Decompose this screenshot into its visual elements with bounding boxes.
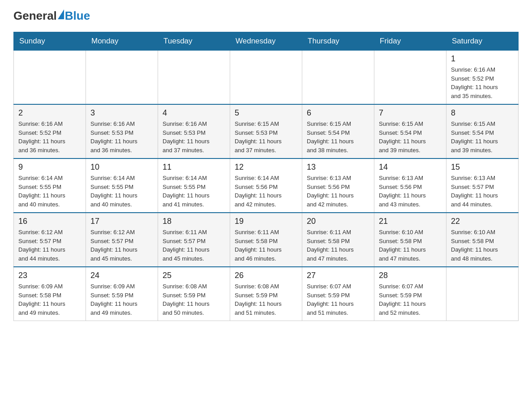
day-number: 8	[451, 108, 514, 118]
day-number: 4	[163, 108, 225, 118]
day-number: 27	[307, 271, 369, 280]
day-number: 16	[18, 217, 81, 226]
calendar-cell: 2Sunrise: 6:16 AM Sunset: 5:52 PM Daylig…	[14, 104, 86, 158]
calendar-cell	[158, 51, 230, 105]
day-info: Sunrise: 6:07 AM Sunset: 5:59 PM Dayligh…	[307, 282, 369, 317]
day-info: Sunrise: 6:16 AM Sunset: 5:53 PM Dayligh…	[90, 120, 153, 154]
day-number: 25	[163, 271, 225, 280]
day-number: 11	[163, 163, 225, 172]
logo: GeneralBlue	[13, 9, 90, 23]
day-info: Sunrise: 6:15 AM Sunset: 5:54 PM Dayligh…	[379, 120, 442, 154]
day-info: Sunrise: 6:10 AM Sunset: 5:58 PM Dayligh…	[379, 228, 442, 263]
calendar-cell: 23Sunrise: 6:09 AM Sunset: 5:58 PM Dayli…	[14, 267, 86, 321]
header-monday: Monday	[86, 32, 158, 51]
calendar-table: SundayMondayTuesdayWednesdayThursdayFrid…	[13, 32, 519, 321]
calendar-cell: 18Sunrise: 6:11 AM Sunset: 5:57 PM Dayli…	[158, 213, 230, 267]
day-info: Sunrise: 6:16 AM Sunset: 5:52 PM Dayligh…	[18, 120, 81, 154]
day-number: 15	[451, 163, 514, 172]
day-number: 10	[90, 163, 153, 172]
day-number: 9	[18, 163, 81, 172]
day-number: 19	[235, 217, 297, 226]
calendar-cell: 15Sunrise: 6:13 AM Sunset: 5:57 PM Dayli…	[446, 158, 519, 213]
calendar-cell: 26Sunrise: 6:08 AM Sunset: 5:59 PM Dayli…	[230, 267, 302, 321]
calendar-cell: 27Sunrise: 6:07 AM Sunset: 5:59 PM Dayli…	[302, 267, 374, 321]
day-number: 5	[235, 108, 297, 118]
day-number: 21	[379, 217, 442, 226]
calendar-cell	[374, 51, 446, 105]
day-number: 17	[90, 217, 153, 226]
calendar-week-row: 16Sunrise: 6:12 AM Sunset: 5:57 PM Dayli…	[14, 213, 519, 267]
day-number: 18	[163, 217, 225, 226]
header-tuesday: Tuesday	[158, 32, 230, 51]
calendar-cell: 16Sunrise: 6:12 AM Sunset: 5:57 PM Dayli…	[14, 213, 86, 267]
calendar-week-row: 1Sunrise: 6:16 AM Sunset: 5:52 PM Daylig…	[14, 51, 519, 105]
calendar-cell: 28Sunrise: 6:07 AM Sunset: 5:59 PM Dayli…	[374, 267, 446, 321]
day-number: 12	[235, 163, 297, 172]
calendar-cell	[14, 51, 86, 105]
day-info: Sunrise: 6:08 AM Sunset: 5:59 PM Dayligh…	[163, 282, 225, 317]
calendar-week-row: 9Sunrise: 6:14 AM Sunset: 5:55 PM Daylig…	[14, 158, 519, 213]
logo-triangle-icon	[58, 9, 64, 19]
day-info: Sunrise: 6:13 AM Sunset: 5:56 PM Dayligh…	[307, 174, 369, 209]
day-info: Sunrise: 6:13 AM Sunset: 5:57 PM Dayligh…	[451, 174, 514, 209]
calendar-cell	[230, 51, 302, 105]
day-number: 3	[90, 108, 153, 118]
calendar-cell: 8Sunrise: 6:15 AM Sunset: 5:54 PM Daylig…	[446, 104, 519, 158]
day-info: Sunrise: 6:12 AM Sunset: 5:57 PM Dayligh…	[90, 228, 153, 263]
day-info: Sunrise: 6:14 AM Sunset: 5:56 PM Dayligh…	[235, 174, 297, 209]
calendar-cell: 1Sunrise: 6:16 AM Sunset: 5:52 PM Daylig…	[446, 51, 519, 105]
calendar-cell	[446, 267, 519, 321]
day-number: 2	[18, 108, 81, 118]
day-info: Sunrise: 6:11 AM Sunset: 5:58 PM Dayligh…	[307, 228, 369, 263]
day-number: 13	[307, 163, 369, 172]
day-info: Sunrise: 6:11 AM Sunset: 5:57 PM Dayligh…	[163, 228, 225, 263]
header-thursday: Thursday	[302, 32, 374, 51]
calendar-cell: 22Sunrise: 6:10 AM Sunset: 5:58 PM Dayli…	[446, 213, 519, 267]
day-info: Sunrise: 6:11 AM Sunset: 5:58 PM Dayligh…	[235, 228, 297, 263]
day-number: 26	[235, 271, 297, 280]
header-friday: Friday	[374, 32, 446, 51]
day-number: 20	[307, 217, 369, 226]
calendar-cell: 5Sunrise: 6:15 AM Sunset: 5:53 PM Daylig…	[230, 104, 302, 158]
calendar-cell: 13Sunrise: 6:13 AM Sunset: 5:56 PM Dayli…	[302, 158, 374, 213]
logo-text-general: General	[13, 9, 57, 23]
calendar-cell: 20Sunrise: 6:11 AM Sunset: 5:58 PM Dayli…	[302, 213, 374, 267]
calendar-week-row: 23Sunrise: 6:09 AM Sunset: 5:58 PM Dayli…	[14, 267, 519, 321]
day-number: 23	[18, 271, 81, 280]
day-number: 7	[379, 108, 442, 118]
day-number: 6	[307, 108, 369, 118]
calendar-cell	[86, 51, 158, 105]
day-number: 22	[451, 217, 514, 226]
calendar-cell	[302, 51, 374, 105]
calendar-header-row: SundayMondayTuesdayWednesdayThursdayFrid…	[14, 32, 519, 51]
header-saturday: Saturday	[446, 32, 519, 51]
calendar-cell: 11Sunrise: 6:14 AM Sunset: 5:55 PM Dayli…	[158, 158, 230, 213]
day-info: Sunrise: 6:09 AM Sunset: 5:59 PM Dayligh…	[90, 282, 153, 317]
day-info: Sunrise: 6:08 AM Sunset: 5:59 PM Dayligh…	[235, 282, 297, 317]
calendar-cell: 12Sunrise: 6:14 AM Sunset: 5:56 PM Dayli…	[230, 158, 302, 213]
calendar-cell: 17Sunrise: 6:12 AM Sunset: 5:57 PM Dayli…	[86, 213, 158, 267]
day-info: Sunrise: 6:10 AM Sunset: 5:58 PM Dayligh…	[451, 228, 514, 263]
day-number: 24	[90, 271, 153, 280]
calendar-cell: 14Sunrise: 6:13 AM Sunset: 5:56 PM Dayli…	[374, 158, 446, 213]
calendar-cell: 9Sunrise: 6:14 AM Sunset: 5:55 PM Daylig…	[14, 158, 86, 213]
day-info: Sunrise: 6:14 AM Sunset: 5:55 PM Dayligh…	[18, 174, 81, 209]
day-info: Sunrise: 6:13 AM Sunset: 5:56 PM Dayligh…	[379, 174, 442, 209]
day-info: Sunrise: 6:14 AM Sunset: 5:55 PM Dayligh…	[90, 174, 153, 209]
header-sunday: Sunday	[14, 32, 86, 51]
calendar-week-row: 2Sunrise: 6:16 AM Sunset: 5:52 PM Daylig…	[14, 104, 519, 158]
calendar-cell: 19Sunrise: 6:11 AM Sunset: 5:58 PM Dayli…	[230, 213, 302, 267]
calendar-cell: 24Sunrise: 6:09 AM Sunset: 5:59 PM Dayli…	[86, 267, 158, 321]
logo-text-blue: Blue	[65, 9, 90, 22]
calendar-cell: 21Sunrise: 6:10 AM Sunset: 5:58 PM Dayli…	[374, 213, 446, 267]
calendar-cell: 3Sunrise: 6:16 AM Sunset: 5:53 PM Daylig…	[86, 104, 158, 158]
day-info: Sunrise: 6:14 AM Sunset: 5:55 PM Dayligh…	[163, 174, 225, 209]
day-info: Sunrise: 6:15 AM Sunset: 5:54 PM Dayligh…	[451, 120, 514, 154]
day-info: Sunrise: 6:15 AM Sunset: 5:53 PM Dayligh…	[235, 120, 297, 154]
calendar-cell: 4Sunrise: 6:16 AM Sunset: 5:53 PM Daylig…	[158, 104, 230, 158]
calendar-cell: 25Sunrise: 6:08 AM Sunset: 5:59 PM Dayli…	[158, 267, 230, 321]
day-info: Sunrise: 6:07 AM Sunset: 5:59 PM Dayligh…	[379, 282, 442, 317]
day-number: 1	[451, 54, 514, 64]
day-info: Sunrise: 6:16 AM Sunset: 5:52 PM Dayligh…	[451, 65, 514, 100]
calendar-cell: 7Sunrise: 6:15 AM Sunset: 5:54 PM Daylig…	[374, 104, 446, 158]
